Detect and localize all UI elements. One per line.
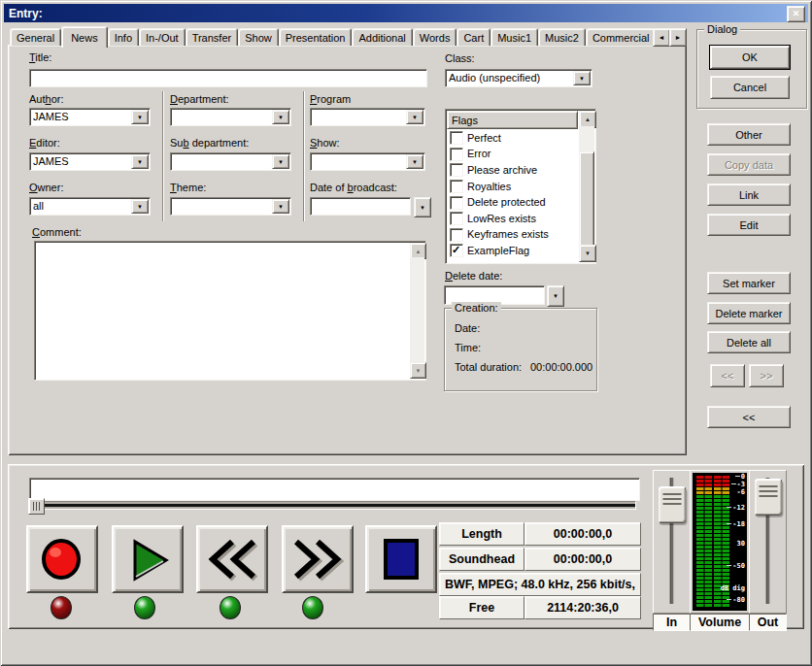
player-panel: Length 00:00:00,0 Soundhead 00:00:00,0 B… [8,464,804,629]
department-label: Department: [170,93,229,106]
flag-row: Royalties [447,179,578,195]
stop-icon [378,535,424,583]
tab-transfer[interactable]: Transfer [186,28,239,46]
next-marker-button[interactable]: >> [749,364,784,387]
flag-checkbox[interactable] [450,228,463,242]
flag-checkbox[interactable] [450,196,463,210]
flags-scrollbar[interactable]: ▲ ▼ [579,111,594,262]
close-button[interactable]: ✕ [787,6,805,22]
tab-show[interactable]: Show [238,28,279,46]
scrollbar-track[interactable] [410,257,424,364]
tab-additional[interactable]: Additional [352,28,412,46]
collapse-button[interactable]: << [707,406,791,428]
column-separator [303,91,305,221]
owner-combobox[interactable]: all ▼ [29,197,151,216]
length-value: 00:00:00,0 [554,527,612,541]
tab-news[interactable]: News [61,26,108,48]
flags-list: PerfectErrorPlease archiveRoyaltiesDelet… [447,130,578,262]
dropdown-glyph: ▼ [412,115,418,120]
tab-presentation[interactable]: Presentation [279,28,353,46]
class-combobox[interactable]: Audio (unspecified) ▼ [445,69,592,87]
in-fader-thumb[interactable] [658,486,686,523]
dropdown-icon[interactable]: ▼ [131,110,149,124]
tab-in-out[interactable]: In-/Out [139,28,186,46]
ok-button-label: OK [742,51,758,63]
title-input[interactable] [29,69,427,87]
edit-button[interactable]: Edit [707,214,791,236]
tab-info[interactable]: Info [108,28,139,46]
scrollbar-track[interactable] [579,126,594,151]
tab-strip: GeneralNewsInfoIn-/OutTransferShowPresen… [10,26,672,46]
title-bar[interactable]: Entry: ✕ [4,4,808,22]
arrow-up-icon: ▲ [416,249,422,254]
tab-cart[interactable]: Cart [457,28,491,46]
flag-row: ✓ExampleFlag [447,243,578,259]
flag-checkbox[interactable] [450,148,463,161]
flag-label: ExampleFlag [467,245,529,257]
show-combobox[interactable]: ▼ [310,152,425,171]
department-combobox[interactable]: ▼ [170,108,291,126]
tab-general[interactable]: General [10,28,61,46]
link-button[interactable]: Link [707,183,791,206]
delete-all-button[interactable]: Delete all [707,331,791,353]
dropdown-icon[interactable]: ▼ [573,71,591,85]
flag-label: LowRes exists [467,213,536,225]
dropdown-icon[interactable]: ▼ [406,110,423,124]
cancel-button[interactable]: Cancel [710,76,790,99]
soundhead-value: 00:00:00,0 [554,552,612,566]
dropdown-icon[interactable]: ▼ [272,154,289,169]
fast-forward-button[interactable] [282,525,354,593]
comment-scrollbar[interactable]: ▲ ▼ [410,243,424,379]
tab-music1[interactable]: Music1 [491,28,538,46]
rewind-button[interactable] [196,525,268,593]
vu-meter-display: 0-3-6-12-1830-50dB dig-80 [693,473,747,611]
dropdown-icon[interactable]: ▼ [406,154,423,169]
flag-checkbox[interactable] [450,131,463,145]
comment-textarea[interactable]: ▲ ▼ [34,241,426,381]
out-fader-thumb[interactable] [754,479,782,516]
other-button[interactable]: Other [707,123,791,146]
tab-music2[interactable]: Music2 [538,28,586,46]
dropdown-icon[interactable]: ▼ [272,110,289,124]
copy-data-button-label: Copy data [725,159,773,171]
scrollbar-thumb[interactable] [579,151,594,247]
scroll-down-button[interactable]: ▼ [410,362,426,379]
play-button[interactable] [112,525,184,593]
position-slider-track[interactable] [29,501,636,510]
sub-department-combobox[interactable]: ▼ [170,152,291,171]
waveform-display [29,478,640,501]
flag-checkbox[interactable]: ✓ [450,244,463,257]
scroll-down-button[interactable]: ▼ [579,245,596,262]
collapse-button-label: << [743,412,756,423]
prev-marker-button[interactable]: << [710,364,745,387]
ok-button[interactable]: OK [710,46,790,69]
flag-row: Error [447,147,578,163]
flag-checkbox[interactable] [450,212,463,225]
date-of-broadcast-dropdown-button[interactable]: ▼ [414,197,431,217]
edit-button-label: Edit [740,219,759,231]
delete-date-dropdown-button[interactable]: ▼ [547,285,564,307]
program-combobox[interactable]: ▼ [310,108,425,126]
dropdown-icon[interactable]: ▼ [131,199,149,214]
tab-words[interactable]: Words [413,28,457,46]
tab-scroll-right-button[interactable]: ► [669,28,687,47]
author-combobox[interactable]: JAMES ▼ [29,108,151,126]
stop-button[interactable] [365,525,437,593]
editor-combobox[interactable]: JAMES ▼ [29,152,151,171]
date-of-broadcast-input[interactable] [310,197,411,216]
record-button[interactable] [26,525,98,593]
tab-scroll-left-button[interactable]: ◄ [653,28,670,47]
set-marker-button[interactable]: Set marker [707,272,791,294]
position-slider-thumb[interactable] [28,498,45,515]
meter-scale-label: dB dig [721,585,745,592]
tab-commercial[interactable]: Commercial [586,28,657,46]
dropdown-icon[interactable]: ▼ [272,199,289,214]
flag-row: Keyframes exists [447,227,578,244]
flag-checkbox[interactable] [450,163,463,177]
copy-data-button[interactable]: Copy data [707,153,791,176]
dialog-groupbox-legend: Dialog [704,23,740,36]
theme-combobox[interactable]: ▼ [170,197,291,216]
flag-checkbox[interactable] [450,180,463,193]
dropdown-icon[interactable]: ▼ [131,154,149,169]
delete-marker-button[interactable]: Delete marker [707,302,791,324]
